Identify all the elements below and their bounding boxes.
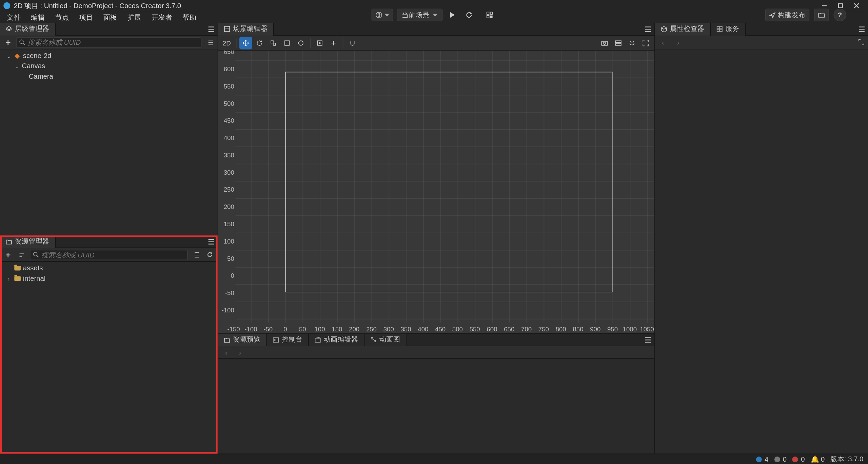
hierarchy-list-button[interactable] — [204, 37, 215, 48]
play-button[interactable] — [446, 8, 459, 21]
ruler-x-tick: 650 — [504, 326, 514, 332]
tab-asset-preview[interactable]: 资源预览 — [218, 333, 267, 346]
tree-node-scene[interactable]: ⌄ ◆ scene-2d — [0, 51, 218, 61]
services-tab-label: 服务 — [726, 24, 739, 34]
assets-node-assets[interactable]: assets — [0, 263, 218, 273]
status-notif[interactable]: 🔔0 — [811, 455, 825, 463]
svg-rect-7 — [487, 12, 489, 15]
expand-toggle[interactable]: › — [6, 275, 12, 282]
scene-screenshot-button[interactable] — [598, 37, 611, 49]
menu-extension[interactable]: 扩展 — [123, 11, 146, 23]
expand-toggle[interactable]: ⌄ — [6, 53, 12, 59]
svg-line-17 — [23, 43, 25, 45]
ruler-x-tick: 1000 — [623, 326, 637, 332]
scene-tab[interactable]: 场景编辑器 — [218, 23, 274, 35]
status-error[interactable]: 0 — [792, 455, 805, 463]
svg-rect-43 — [285, 40, 290, 45]
scene-fullscreen-button[interactable] — [639, 37, 652, 49]
hierarchy-search-input[interactable] — [27, 38, 199, 46]
list-icon — [193, 252, 199, 257]
open-project-button[interactable] — [814, 8, 829, 21]
tree-node-canvas[interactable]: ⌄ Canvas — [0, 61, 218, 71]
expand-toggle[interactable]: ⌄ — [14, 63, 20, 69]
scene-settings-button[interactable] — [626, 37, 638, 49]
hierarchy-tab[interactable]: 层级管理器 — [0, 23, 56, 35]
menu-panel[interactable]: 面板 — [99, 11, 122, 23]
svg-rect-64 — [720, 26, 722, 29]
hierarchy-menu-button[interactable] — [205, 23, 217, 35]
menu-edit[interactable]: 编辑 — [26, 11, 50, 23]
menu-help[interactable]: 帮助 — [178, 11, 201, 23]
transform-tool[interactable] — [295, 37, 307, 49]
hierarchy-add-button[interactable] — [2, 37, 14, 48]
status-warn[interactable]: 0 — [774, 455, 787, 463]
move-tool[interactable] — [239, 37, 252, 49]
ruler-horizontal: -150-100-5005010015020025030035040045050… — [218, 323, 654, 333]
svg-point-29 — [34, 252, 37, 256]
mode-2d-button[interactable]: 2D — [220, 37, 233, 49]
assets-tree[interactable]: assets › internal — [0, 262, 218, 453]
scene-icon — [224, 26, 230, 32]
svg-rect-63 — [717, 26, 719, 29]
snap-tool[interactable] — [346, 37, 359, 49]
preview-platform-dropdown[interactable] — [371, 8, 393, 21]
assets-refresh-button[interactable] — [204, 249, 215, 260]
inspector-forward-button[interactable]: › — [673, 38, 683, 47]
ruler-x-tick: 150 — [332, 326, 342, 332]
scale-tool[interactable] — [267, 37, 279, 49]
chevron-down-icon — [384, 14, 389, 16]
menu-node[interactable]: 节点 — [51, 11, 74, 23]
bottom-menu-button[interactable] — [642, 333, 654, 346]
assets-search-input[interactable] — [41, 251, 185, 259]
ruler-x-tick: 100 — [315, 326, 325, 332]
rect-tool[interactable] — [281, 37, 293, 49]
rect-icon — [283, 39, 290, 46]
scene-dropdown[interactable]: 当前场景 — [397, 8, 442, 21]
nav-back-button[interactable]: ‹ — [222, 348, 231, 357]
ruler-x-tick: 50 — [299, 326, 306, 332]
rotate-tool[interactable] — [253, 37, 266, 49]
close-button[interactable] — [848, 0, 864, 12]
app-logo-icon — [3, 2, 10, 9]
assets-list-button[interactable] — [190, 249, 201, 260]
tab-console[interactable]: 控制台 — [267, 333, 309, 346]
pivot-tool[interactable] — [327, 37, 340, 49]
inspector-tab[interactable]: 属性检查器 — [655, 23, 711, 35]
scene-align-button[interactable] — [612, 37, 625, 49]
grid-icon — [716, 26, 723, 32]
status-info[interactable]: 4 — [756, 455, 769, 463]
tree-node-camera[interactable]: Camera — [0, 71, 218, 81]
assets-menu-button[interactable] — [205, 235, 217, 248]
menu-developer[interactable]: 开发者 — [147, 11, 177, 23]
build-button[interactable]: 构建发布 — [765, 8, 809, 21]
scene-viewport[interactable]: 650600550500450400350300250200150100500-… — [218, 51, 654, 333]
tab-animation-graph[interactable]: 动画图 — [364, 333, 407, 346]
anchor-tool[interactable] — [313, 37, 326, 49]
ruler-x-tick: 600 — [487, 326, 497, 332]
help-button[interactable]: ? — [833, 8, 846, 21]
inspector-menu-button[interactable] — [855, 23, 868, 35]
hamburger-icon — [645, 337, 651, 343]
tab-animation-editor[interactable]: 动画编辑器 — [309, 333, 364, 346]
services-tab[interactable]: 服务 — [711, 23, 746, 35]
nav-forward-button[interactable]: › — [235, 348, 244, 357]
folder-icon — [14, 265, 21, 272]
menu-project[interactable]: 项目 — [75, 11, 98, 23]
assets-add-button[interactable] — [2, 249, 14, 260]
scene-menu-button[interactable] — [642, 23, 654, 35]
hierarchy-tree[interactable]: ⌄ ◆ scene-2d ⌄ Canvas Camera — [0, 50, 218, 235]
assets-sort-button[interactable] — [16, 249, 27, 260]
assets-search[interactable] — [30, 250, 188, 260]
assets-tab[interactable]: 资源管理器 — [0, 235, 56, 248]
inspector-back-button[interactable]: ‹ — [658, 38, 668, 47]
inspector-expand-button[interactable] — [858, 39, 865, 45]
align-icon — [615, 39, 622, 46]
menu-file[interactable]: 文件 — [2, 11, 25, 23]
qr-button[interactable] — [483, 8, 497, 21]
fullscreen-icon — [643, 39, 649, 46]
ruler-y-tick: 600 — [219, 65, 234, 72]
assets-node-internal[interactable]: › internal — [0, 273, 218, 284]
hierarchy-search[interactable] — [16, 37, 201, 47]
refresh-button[interactable] — [462, 8, 476, 21]
svg-rect-8 — [490, 12, 493, 15]
